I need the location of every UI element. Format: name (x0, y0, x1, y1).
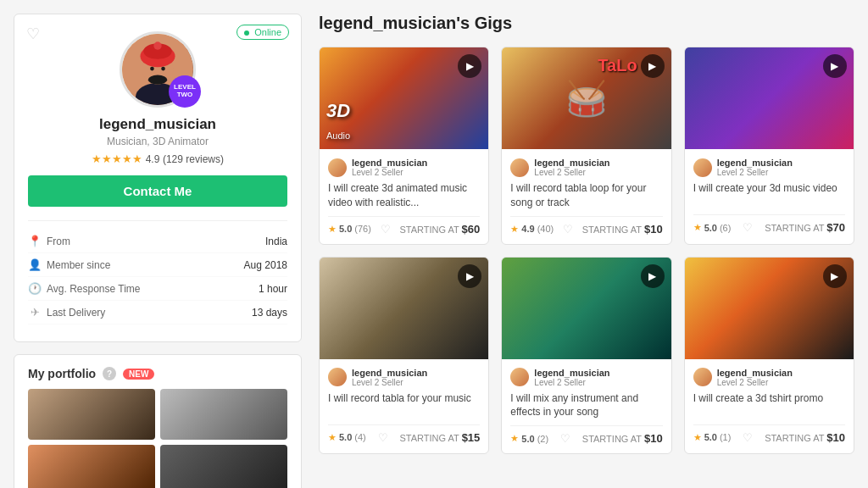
gig-info: legend_musician Level 2 Seller I will re… (502, 149, 670, 244)
gig-price: STARTING AT $70 (765, 221, 845, 234)
svg-point-8 (161, 67, 165, 71)
seller-details: legend_musician Level 2 Seller (534, 368, 609, 387)
gig-favorite-icon[interactable]: ♡ (743, 431, 753, 444)
gig-description: I will create your 3d music video (693, 181, 845, 208)
info-row-delivery: ✈ Last Delivery 13 days (28, 301, 287, 324)
play-button[interactable]: ▶ (823, 54, 847, 78)
seller-avatar (328, 158, 347, 177)
seller-name: legend_musician (534, 158, 609, 168)
seller-details: legend_musician Level 2 Seller (717, 368, 793, 387)
gig-thumbnail: 3DAudio ▶ (320, 47, 488, 149)
starting-at-label: STARTING AT (765, 433, 826, 443)
gig-description: I will create a 3d tshirt promo (693, 391, 845, 419)
gig-rating: ★ 5.0 (76) (328, 224, 371, 235)
play-button[interactable]: ▶ (641, 54, 665, 78)
portfolio-grid (28, 389, 287, 488)
review-count: (129 reviews) (163, 153, 224, 165)
from-label: From (47, 236, 70, 247)
seller-row: legend_musician Level 2 Seller (510, 368, 662, 387)
seller-level: Level 2 Seller (352, 168, 427, 177)
main-content: legend_musician's Gigs 3DAudio ▶ legend_… (319, 14, 854, 488)
gig-favorite-icon[interactable]: ♡ (378, 431, 388, 444)
starting-at-label: STARTING AT (582, 225, 644, 235)
price-value: $10 (644, 223, 663, 236)
portfolio-thumb-1[interactable] (28, 389, 155, 440)
location-icon: 📍 (28, 235, 42, 247)
portfolio-help-icon[interactable]: ? (103, 367, 116, 380)
info-row-from: 📍 From India (28, 230, 287, 253)
gig-rating: ★ 5.0 (2) (510, 433, 548, 444)
rating-count: (4) (354, 432, 365, 442)
price-value: $10 (644, 432, 663, 445)
play-button[interactable]: ▶ (458, 54, 481, 78)
gig-rating: ★ 5.0 (6) (693, 222, 732, 233)
gig-description: I will mix any instrument and effects in… (510, 391, 662, 420)
play-button[interactable]: ▶ (641, 264, 665, 288)
seller-details: legend_musician Level 2 Seller (534, 158, 609, 177)
gig-favorite-icon[interactable]: ♡ (381, 223, 391, 236)
gig-info: legend_musician Level 2 Seller I will cr… (685, 149, 854, 242)
gig-footer: ★ 5.0 (6) ♡ STARTING AT $70 (693, 214, 845, 234)
price-value: $10 (826, 431, 845, 444)
user-title: Musician, 3D Animator (28, 136, 287, 147)
online-dot (244, 30, 249, 36)
gig-thumbnail: ▶ (685, 258, 854, 359)
rating-count: (2) (537, 434, 548, 444)
gig-card[interactable]: ▶ legend_musician Level 2 Seller I will … (501, 257, 671, 455)
rating-count: (76) (354, 224, 371, 234)
star-icon: ★ (510, 433, 519, 444)
seller-name: legend_musician (352, 368, 427, 378)
rating-value: 4.9 (146, 153, 160, 165)
gig-favorite-icon[interactable]: ♡ (743, 221, 753, 234)
gig-description: I will record tabla for your music (328, 391, 480, 419)
gigs-title: legend_musician's Gigs (319, 14, 854, 33)
profile-card: ♡ Online (14, 14, 302, 342)
gig-thumbnail: ▶ (502, 258, 670, 359)
rating-count: (6) (720, 223, 731, 233)
contact-button[interactable]: Contact Me (28, 175, 287, 207)
starting-at-label: STARTING AT (765, 223, 826, 233)
person-icon: 👤 (28, 258, 42, 271)
gig-price: STARTING AT $60 (399, 223, 480, 236)
gig-favorite-icon[interactable]: ♡ (560, 432, 570, 445)
gig-rating: ★ 5.0 (1) (693, 432, 732, 443)
gig-description: I will record tabla loop for your song o… (510, 181, 662, 210)
seller-avatar (693, 368, 712, 386)
play-button[interactable]: ▶ (823, 264, 847, 288)
rating-value: 5.0 (704, 223, 717, 233)
seller-row: legend_musician Level 2 Seller (328, 368, 480, 387)
gig-card[interactable]: 3DAudio ▶ legend_musician Level 2 Seller… (319, 47, 489, 245)
rating-value: 5.0 (704, 432, 717, 442)
gig-favorite-icon[interactable]: ♡ (563, 223, 573, 236)
rating-value: 5.0 (521, 434, 534, 444)
gig-info: legend_musician Level 2 Seller I will cr… (320, 149, 488, 244)
gig-footer: ★ 4.9 (40) ♡ STARTING AT $10 (510, 216, 662, 236)
gig-card[interactable]: 🥁 TaLo ▶ legend_musician Level 2 Seller … (501, 47, 671, 245)
rating-value: 5.0 (339, 432, 352, 442)
favorite-icon[interactable]: ♡ (26, 25, 40, 43)
star-icon: ★ (693, 432, 702, 443)
starting-at-label: STARTING AT (399, 433, 461, 443)
gig-price: STARTING AT $10 (582, 432, 663, 445)
star-icon: ★ (693, 222, 702, 233)
portfolio-card: My portfolio ? NEW (14, 354, 302, 488)
play-button[interactable]: ▶ (458, 264, 481, 288)
level-badge: LEVEL TWO (169, 75, 201, 108)
starting-at-label: STARTING AT (582, 434, 644, 444)
gig-card[interactable]: ▶ legend_musician Level 2 Seller I will … (684, 47, 854, 245)
seller-avatar (510, 368, 529, 386)
gig-thumbnail: ▶ (320, 258, 488, 359)
gig-price: STARTING AT $10 (582, 223, 663, 236)
rating-stars: ★★★★★ 4.9 (129 reviews) (28, 152, 287, 165)
gig-card[interactable]: ▶ legend_musician Level 2 Seller I will … (319, 257, 489, 455)
starting-at-label: STARTING AT (399, 225, 461, 235)
price-value: $70 (826, 221, 845, 234)
online-label: Online (254, 27, 281, 37)
delivery-icon: ✈ (28, 306, 42, 319)
portfolio-thumb-4[interactable] (160, 445, 287, 488)
gig-card[interactable]: ▶ legend_musician Level 2 Seller I will … (684, 257, 854, 455)
portfolio-thumb-2[interactable] (160, 389, 287, 440)
member-value: Aug 2018 (244, 259, 287, 271)
seller-details: legend_musician Level 2 Seller (352, 158, 427, 177)
portfolio-thumb-3[interactable] (28, 445, 155, 488)
